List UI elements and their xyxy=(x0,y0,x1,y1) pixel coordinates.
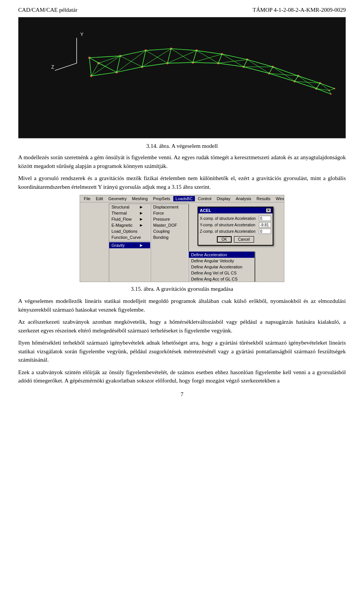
menu-fluid-flow[interactable]: Fluid_Flow ▶ xyxy=(109,216,150,222)
figure1-text: A végeselem modell xyxy=(171,143,218,149)
menu-results[interactable]: Results xyxy=(254,196,273,201)
figure2-num: 3.15. xyxy=(131,286,142,292)
paragraph3: A végeselemes modellezők lineáris statik… xyxy=(18,297,346,314)
gravity-submenu: Define Acceleration Define Angular Veloc… xyxy=(188,251,255,282)
figure1-label: ábra. xyxy=(159,143,170,149)
menu-define-angular-vel[interactable]: Define Angular Velocity xyxy=(189,258,254,264)
svg-text:Z: Z xyxy=(51,64,54,70)
menu-load-options[interactable]: Load_Options xyxy=(109,228,150,234)
acel-ok-btn[interactable]: OK xyxy=(217,236,231,243)
menu-propsets[interactable]: PropSets xyxy=(151,196,173,201)
menu-windows[interactable]: Windows xyxy=(273,196,284,201)
menu-display[interactable]: Display xyxy=(215,196,233,201)
figure1-num: 3.14. xyxy=(146,143,158,149)
menu-define-ang-vel-gl[interactable]: Define Ang Vel of GL CS xyxy=(189,270,254,276)
menu-define-angular-acc[interactable]: Define Angular Acceleration xyxy=(189,264,254,270)
svg-rect-0 xyxy=(19,20,345,136)
menu-master-dof[interactable]: Master_DOF xyxy=(151,222,188,228)
menu-screenshot: File Edit Geometry Meshing PropSets Load… xyxy=(80,195,284,282)
cad-viewport: Y Z xyxy=(18,17,346,138)
acel-dialog: ACEL ✕ X-comp. of structure Acceleration… xyxy=(198,207,273,246)
menu-structural[interactable]: Structural ▶ xyxy=(109,204,150,210)
acel-title: ACEL xyxy=(200,208,211,213)
figure2-label: ábra. xyxy=(144,286,155,292)
cad-3d-model: Y Z xyxy=(19,17,345,138)
menu-function-curve[interactable]: Function_Curve xyxy=(109,234,150,240)
svg-text:Y: Y xyxy=(80,32,84,37)
menu-bonding[interactable]: Bonding xyxy=(151,234,188,240)
win-menubar: File Edit Geometry Meshing PropSets Load… xyxy=(80,195,284,202)
acel-label-z: Z-comp. of structure Acceleration xyxy=(200,229,259,234)
menu-file[interactable]: File xyxy=(82,196,93,201)
acel-label-y: Y-comp. of structure Acceleration xyxy=(200,223,259,227)
menu-control[interactable]: Control xyxy=(196,196,213,201)
paragraph1: A modellezés során szeretnénk a gém önsú… xyxy=(18,153,346,170)
menu-gravity[interactable]: Gravity ▶ xyxy=(109,242,150,248)
acel-input-x[interactable] xyxy=(259,216,271,221)
acel-input-z[interactable] xyxy=(259,229,271,234)
acel-label-x: X-comp. of structure Acceleration xyxy=(200,216,259,221)
paragraph2: Mivel a gyorsuló rendszerek és a gravitá… xyxy=(18,174,346,191)
acel-input-y[interactable] xyxy=(259,222,271,227)
acel-buttons: OK Cancel xyxy=(200,236,271,243)
header-left: CAD/CAM/CAE példatár xyxy=(18,7,77,13)
acel-row-x: X-comp. of structure Acceleration xyxy=(200,216,271,221)
loadsbc-dropdown: Structural ▶ Thermal ▶ Fluid_Flow ▶ E-Ma… xyxy=(109,204,151,282)
menu-thermal[interactable]: Thermal ▶ xyxy=(109,210,150,216)
acel-body: X-comp. of structure Acceleration Y-comp… xyxy=(198,213,273,245)
structural-submenu: Displacement Force Pressure Master_DOF C… xyxy=(151,204,188,282)
separator1 xyxy=(109,241,150,241)
figure2-text: A gravitációs gyorsulás megadása xyxy=(156,286,233,292)
menu-emagnetic[interactable]: E-Magnetic ▶ xyxy=(109,222,150,228)
figure1-caption: 3.14. ábra. A végeselem modell xyxy=(18,143,346,149)
acel-row-y: Y-comp. of structure Acceleration xyxy=(200,222,271,227)
menu-displacement[interactable]: Displacement xyxy=(151,204,188,210)
menu-geometry[interactable]: Geometry xyxy=(106,196,129,201)
menu-analysis[interactable]: Analysis xyxy=(234,196,254,201)
page-header: CAD/CAM/CAE példatár TÁMOP 4-1-2-08-2-A-… xyxy=(18,7,346,13)
acel-row-z: Z-comp. of structure Acceleration xyxy=(200,229,271,234)
paragraph6: Ezek a szabványok szintén előírják az ön… xyxy=(18,368,346,385)
header-right: TÁMOP 4-1-2-08-2-A-KMR-2009-0029 xyxy=(253,7,346,13)
menu-meshing[interactable]: Meshing xyxy=(130,196,150,201)
acel-close-btn[interactable]: ✕ xyxy=(266,208,271,213)
menu-loadsbc[interactable]: LoadsBC xyxy=(173,196,195,201)
menu-define-acceleration[interactable]: Define Acceleration xyxy=(189,252,254,258)
menu-pressure[interactable]: Pressure xyxy=(151,216,188,222)
acel-cancel-btn[interactable]: Cancel xyxy=(234,236,254,243)
menu-define-ang-acc-gl[interactable]: Define Ang Acc of GL CS xyxy=(189,276,254,282)
paragraph5: Ilyen hőmérsékleti terhekből származó ig… xyxy=(18,339,346,364)
menu-force[interactable]: Force xyxy=(151,210,188,216)
page-number: 7 xyxy=(18,391,346,398)
menu-coupling[interactable]: Coupling xyxy=(151,228,188,234)
figure2-caption: 3.15. ábra. A gravitációs gyorsulás mega… xyxy=(18,286,346,292)
menu-edit[interactable]: Edit xyxy=(94,196,105,201)
acel-titlebar: ACEL ✕ xyxy=(198,207,273,213)
paragraph4: Az acélszerkezeti szabványok azonban meg… xyxy=(18,318,346,335)
